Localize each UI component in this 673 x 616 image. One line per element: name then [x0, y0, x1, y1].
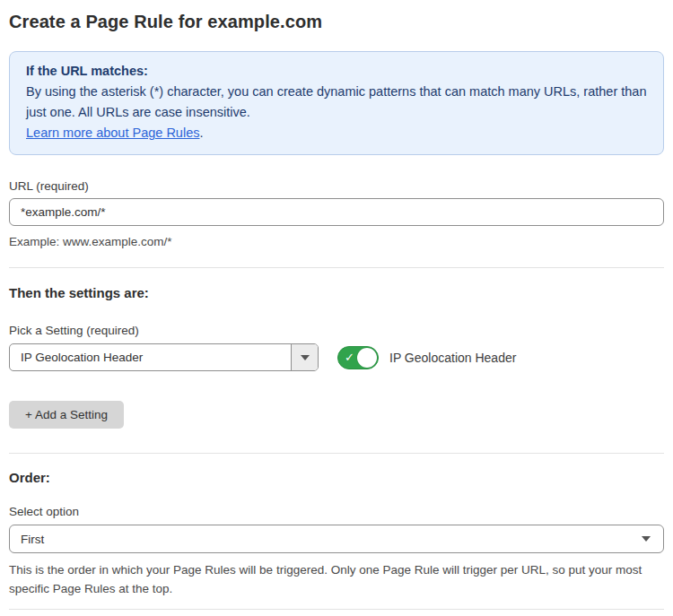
check-icon: ✓	[345, 351, 354, 363]
setting-picker-label: Pick a Setting (required)	[9, 324, 664, 337]
setting-select-dropdown-button[interactable]	[291, 344, 318, 370]
order-section-heading: Order:	[9, 470, 664, 485]
create-page-rule-form: Create a Page Rule for example.com If th…	[0, 12, 673, 616]
divider	[9, 267, 664, 268]
url-match-info-box: If the URL matches: By using the asteris…	[9, 51, 664, 155]
page-title: Create a Page Rule for example.com	[9, 12, 664, 32]
info-box-link-line: Learn more about Page Rules.	[26, 123, 647, 143]
link-period: .	[199, 126, 203, 140]
order-select-value: First	[21, 533, 44, 546]
info-box-heading: If the URL matches:	[26, 61, 647, 82]
order-helper-text: This is the order in which your Page Rul…	[9, 560, 655, 598]
learn-more-link[interactable]: Learn more about Page Rules	[26, 126, 199, 140]
add-setting-button[interactable]: + Add a Setting	[9, 401, 124, 429]
chevron-down-icon	[301, 355, 310, 360]
setting-select-value: IP Geolocation Header	[10, 344, 291, 370]
setting-row: IP Geolocation Header ✓ IP Geolocation H…	[9, 343, 664, 371]
info-box-body: By using the asterisk (*) character, you…	[26, 82, 647, 123]
toggle-knob	[357, 348, 377, 368]
divider	[9, 609, 664, 610]
url-input[interactable]	[9, 198, 664, 226]
toggle-label: IP Geolocation Header	[389, 351, 516, 365]
chevron-down-icon	[642, 536, 651, 542]
order-select[interactable]: First	[9, 525, 664, 553]
url-field-label: URL (required)	[9, 179, 664, 193]
settings-section-heading: Then the settings are:	[9, 285, 664, 300]
setting-select[interactable]: IP Geolocation Header	[9, 343, 319, 371]
divider	[9, 453, 664, 454]
url-example-helper: Example: www.example.com/*	[9, 232, 664, 251]
order-select-label: Select option	[9, 505, 664, 518]
ip-geolocation-toggle[interactable]: ✓	[337, 346, 379, 369]
